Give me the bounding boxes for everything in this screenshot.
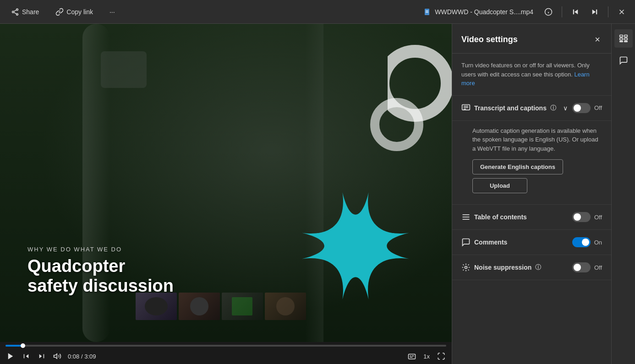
noise-label-group: Noise suppression ⓘ	[461, 263, 541, 272]
transcript-expand-arrow[interactable]: ∨	[562, 103, 569, 113]
forward-button[interactable]	[37, 351, 47, 361]
toc-label-group: Table of contents	[461, 212, 527, 222]
settings-panel: Video settings × Turn video features on …	[452, 24, 635, 364]
speed-button[interactable]: 1x	[423, 353, 430, 360]
transcript-section: Transcript and captions ⓘ ∨ Off	[452, 96, 611, 121]
next-button[interactable]	[589, 6, 601, 18]
svg-rect-26	[624, 35, 627, 37]
comments-row: Comments On	[461, 237, 602, 247]
comments-toggle[interactable]	[572, 237, 591, 247]
svg-marker-19	[8, 353, 13, 359]
toc-section: Table of contents Off	[452, 205, 611, 230]
more-button[interactable]: ···	[106, 6, 119, 17]
noise-toggle-label: Off	[594, 264, 602, 271]
side-icon-rail	[611, 24, 635, 364]
transcript-sub-text: Automatic caption generation is availabl…	[472, 126, 602, 153]
noise-toggle-knob	[574, 264, 581, 271]
rewind-button[interactable]	[21, 351, 31, 361]
transcript-label-group: Transcript and captions ⓘ	[461, 103, 556, 113]
noise-toggle[interactable]	[572, 262, 591, 272]
captions-button[interactable]	[407, 351, 417, 361]
rewind-icon	[22, 352, 30, 360]
svg-marker-11	[575, 9, 578, 14]
thumbnail-4	[265, 293, 306, 320]
close-icon	[618, 8, 626, 16]
thumbnail-strip	[136, 293, 452, 320]
settings-rail-btn[interactable]	[614, 29, 633, 48]
prev-button[interactable]	[569, 6, 581, 18]
svg-rect-21	[409, 354, 416, 359]
play-icon	[6, 352, 15, 360]
volume-icon	[53, 352, 61, 360]
svg-point-0	[16, 8, 18, 10]
more-label: ···	[109, 8, 115, 16]
top-bar: Share Copy link ··· WWDWWD - Quadcopter …	[0, 0, 635, 24]
circle-decoration2	[369, 97, 424, 154]
svg-line-3	[14, 10, 16, 11]
video-title: Quadcopter safety discussion	[27, 256, 174, 296]
svg-point-1	[12, 11, 14, 13]
divider	[562, 6, 562, 17]
fullscreen-button[interactable]	[436, 351, 446, 361]
noise-icon	[461, 263, 471, 272]
captions-icon	[408, 352, 416, 360]
toc-toggle[interactable]	[572, 212, 591, 222]
svg-point-2	[16, 13, 18, 15]
copy-link-button[interactable]: Copy link	[52, 6, 97, 18]
transcript-row: Transcript and captions ⓘ ∨ Off	[461, 103, 602, 113]
svg-rect-7	[426, 12, 428, 13]
share-button[interactable]: Share	[7, 6, 43, 18]
svg-point-18	[375, 103, 419, 147]
transcript-controls: ∨ Off	[562, 103, 602, 113]
video-area[interactable]: WHY WE DO WHAT WE DO Quadcopter safety d…	[0, 24, 452, 342]
noise-info-icon[interactable]: ⓘ	[535, 263, 541, 272]
file-icon	[424, 8, 431, 16]
panel-title: Video settings	[461, 35, 518, 44]
toc-label: Table of contents	[474, 213, 527, 221]
divider2	[608, 6, 608, 17]
svg-rect-30	[624, 41, 627, 42]
info-button[interactable]	[542, 6, 554, 18]
file-title-area: WWDWWD - Quadcopter S....mp4	[424, 8, 533, 16]
video-panel: WHY WE DO WHAT WE DO Quadcopter safety d…	[0, 24, 452, 364]
comments-toggle-label: On	[594, 239, 602, 246]
volume-button[interactable]	[52, 351, 62, 361]
info-circle-icon	[544, 8, 553, 16]
skip-back-icon	[571, 8, 580, 16]
chat-icon	[619, 56, 628, 65]
transcript-toggle[interactable]	[572, 103, 591, 113]
transcript-label: Transcript and captions	[474, 104, 547, 112]
transcript-info-icon[interactable]: ⓘ	[550, 104, 556, 112]
upload-button[interactable]: Upload	[472, 178, 527, 193]
generate-captions-button[interactable]: Generate English captions	[472, 159, 563, 174]
skip-forward-icon	[591, 8, 599, 16]
toc-toggle-knob	[574, 213, 581, 221]
svg-marker-20	[54, 354, 57, 359]
svg-rect-14	[596, 9, 597, 14]
toc-toggle-label: Off	[594, 214, 602, 221]
noise-section: Noise suppression ⓘ Off	[452, 255, 611, 280]
comments-rail-btn[interactable]	[614, 51, 633, 70]
thumbnail-3	[222, 293, 263, 320]
svg-rect-6	[426, 11, 428, 11]
comments-label-group: Comments	[461, 238, 507, 247]
video-subtitle: WHY WE DO WHAT WE DO	[27, 246, 174, 253]
noise-label: Noise suppression	[474, 264, 531, 271]
svg-marker-13	[592, 9, 596, 14]
video-text-overlay: WHY WE DO WHAT WE DO Quadcopter safety d…	[27, 246, 174, 296]
comments-section: Comments On	[452, 230, 611, 255]
time-display: 0:08 / 3:09	[68, 353, 96, 360]
close-button[interactable]	[616, 6, 628, 18]
transcript-icon	[461, 103, 471, 113]
transcript-toggle-label: Off	[594, 104, 602, 111]
transcript-sub-section: Automatic caption generation is availabl…	[452, 121, 611, 205]
share-icon	[11, 8, 19, 16]
copy-link-label: Copy link	[66, 8, 93, 16]
controls-right: 1x	[407, 351, 446, 361]
comments-icon	[461, 238, 471, 247]
svg-rect-29	[619, 41, 623, 42]
play-button[interactable]	[5, 351, 16, 361]
panel-close-button[interactable]: ×	[593, 33, 602, 46]
panel-description: Turn video features on or off for all vi…	[452, 54, 611, 96]
progress-bar[interactable]	[5, 345, 446, 347]
